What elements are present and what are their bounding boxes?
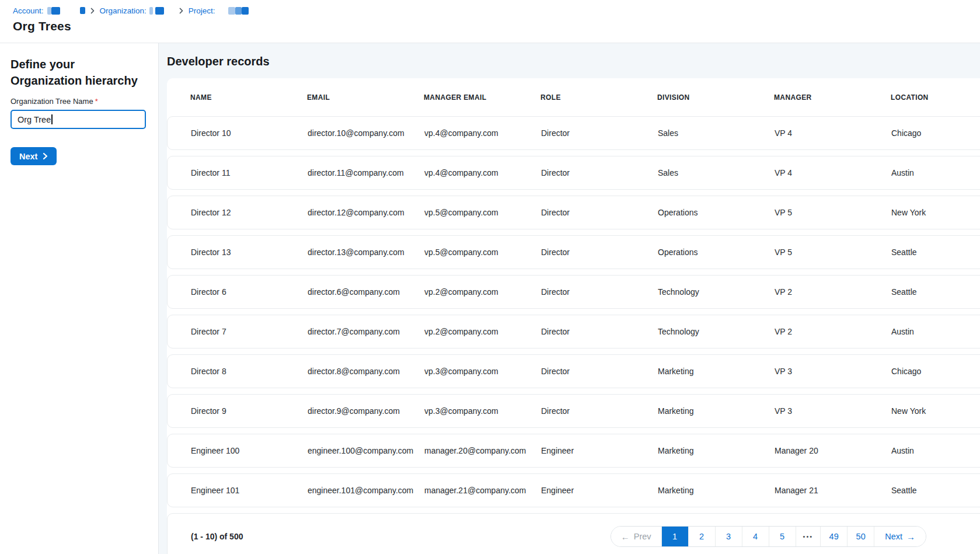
breadcrumb-account-link[interactable]: Account:	[13, 6, 44, 15]
cell-location: Chicago	[891, 367, 980, 376]
cell-location: New York	[891, 406, 980, 416]
redacted-account-value	[51, 7, 60, 15]
arrow-left-icon: ←	[621, 532, 630, 542]
page-button-5[interactable]: 5	[769, 527, 796, 546]
cell-name: Director 11	[191, 168, 308, 177]
prev-page-button[interactable]: ← Prev	[611, 527, 661, 546]
table-row[interactable]: Director 9director.9@company.comvp.3@com…	[167, 394, 980, 428]
table-row[interactable]: Director 12director.12@company.comvp.5@c…	[167, 196, 980, 229]
table-row[interactable]: Director 8director.8@company.comvp.3@com…	[167, 354, 980, 388]
cell-email: engineer.100@company.com	[308, 446, 424, 455]
cell-manager: VP 4	[775, 168, 891, 177]
cell-division: Sales	[658, 128, 775, 138]
sidebar-heading-line2: Organization hierarchy	[11, 74, 138, 87]
redacted-project-value	[242, 7, 249, 15]
breadcrumb: Account: Organization: Project:	[13, 5, 980, 16]
sidebar-heading: Define your Organization hierarchy	[11, 56, 148, 89]
column-header-division: DIVISION	[657, 93, 774, 102]
cell-manager: Manager 21	[775, 486, 891, 495]
cell-email: engineer.101@company.com	[308, 486, 424, 495]
table-row[interactable]: Director 7director.7@company.comvp.2@com…	[167, 315, 980, 349]
next-button[interactable]: Next	[11, 147, 57, 165]
cell-location: Chicago	[891, 128, 980, 138]
page-button-3[interactable]: 3	[715, 527, 742, 546]
required-asterisk: *	[95, 97, 98, 106]
cell-name: Director 12	[191, 208, 308, 217]
cell-role: Director	[541, 208, 658, 217]
cell-location: Seattle	[891, 287, 980, 297]
page-button-50[interactable]: 50	[847, 527, 874, 546]
cell-manager_email: manager.20@company.com	[424, 446, 541, 455]
org-tree-name-input[interactable]: Org Tree	[11, 110, 146, 129]
cell-name: Director 8	[191, 367, 308, 376]
cell-role: Director	[541, 287, 658, 297]
table-row[interactable]: Director 11director.11@company.comvp.4@c…	[167, 156, 980, 190]
cell-email: director.6@company.com	[308, 287, 424, 297]
cell-location: Austin	[891, 446, 980, 455]
chevron-right-icon	[43, 152, 48, 160]
table-row[interactable]: Director 13director.13@company.comvp.5@c…	[167, 235, 980, 269]
table-header-row: NAMEEMAILMANAGER EMAILROLEDIVISIONMANAGE…	[167, 78, 980, 116]
sidebar-heading-line1: Define your	[11, 58, 75, 71]
column-header-manager_email: MANAGER EMAIL	[424, 93, 540, 102]
cell-manager_email: vp.2@company.com	[424, 327, 541, 336]
cell-role: Engineer	[541, 486, 658, 495]
cell-division: Marketing	[658, 406, 775, 416]
chevron-right-icon	[90, 8, 95, 14]
org-hierarchy-sidebar: Define your Organization hierarchy Organ…	[0, 43, 159, 554]
cell-role: Engineer	[541, 446, 658, 455]
cell-manager_email: manager.21@company.com	[424, 486, 541, 495]
cell-manager: VP 4	[775, 128, 891, 138]
breadcrumb-organization-link[interactable]: Organization:	[100, 6, 147, 15]
table-row[interactable]: Engineer 100engineer.100@company.commana…	[167, 434, 980, 468]
cell-manager_email: vp.3@company.com	[424, 406, 541, 416]
table-row[interactable]: Director 6director.6@company.comvp.2@com…	[167, 275, 980, 309]
column-header-email: EMAIL	[307, 93, 424, 102]
developer-records-heading: Developer records	[167, 54, 980, 68]
table-footer: (1 - 10) of 500 ← Prev 12345•••4950 Next…	[167, 513, 980, 554]
table-row[interactable]: Engineer 101engineer.101@company.commana…	[167, 473, 980, 507]
cell-role: Director	[541, 168, 658, 177]
page-header: Account: Organization: Project: Org Tree…	[0, 0, 980, 43]
cell-manager_email: vp.4@company.com	[424, 128, 541, 138]
cell-division: Marketing	[658, 486, 775, 495]
cell-division: Marketing	[658, 446, 775, 455]
cell-role: Director	[541, 406, 658, 416]
cell-name: Director 13	[191, 248, 308, 257]
cell-email: director.11@company.com	[308, 168, 424, 177]
page-button-1[interactable]: 1	[661, 527, 688, 546]
redacted-project-value	[235, 7, 242, 15]
page-button-2[interactable]: 2	[688, 527, 715, 546]
text-cursor	[51, 114, 53, 124]
next-page-button[interactable]: Next →	[874, 527, 926, 546]
page-button-4[interactable]: 4	[742, 527, 769, 546]
table-row[interactable]: Director 10director.10@company.comvp.4@c…	[167, 116, 980, 150]
cell-role: Director	[541, 367, 658, 376]
column-header-manager: MANAGER	[774, 93, 891, 102]
breadcrumb-project-link[interactable]: Project:	[189, 6, 215, 15]
table-body: Director 10director.10@company.comvp.4@c…	[167, 116, 980, 507]
cell-division: Operations	[658, 248, 775, 257]
page-ellipsis: •••	[796, 527, 821, 546]
cell-manager_email: vp.3@company.com	[424, 367, 541, 376]
cell-email: director.13@company.com	[308, 248, 424, 257]
column-header-role: ROLE	[540, 93, 657, 102]
redacted-account-value	[47, 7, 51, 15]
cell-division: Technology	[658, 287, 775, 297]
cell-role: Director	[541, 248, 658, 257]
cell-manager: Manager 20	[775, 446, 891, 455]
cell-manager_email: vp.5@company.com	[424, 248, 541, 257]
cell-division: Marketing	[658, 367, 775, 376]
developer-records-table: NAMEEMAILMANAGER EMAILROLEDIVISIONMANAGE…	[167, 78, 980, 554]
cell-location: Seattle	[891, 486, 980, 495]
cell-location: Austin	[891, 168, 980, 177]
cell-name: Director 9	[191, 406, 308, 416]
cell-role: Director	[541, 128, 658, 138]
page-button-49[interactable]: 49	[820, 527, 847, 546]
cell-location: Austin	[891, 327, 980, 336]
redacted-account-value	[80, 7, 85, 14]
org-tree-name-value: Org Tree	[18, 115, 51, 124]
arrow-right-icon: →	[906, 532, 915, 542]
cell-email: director.12@company.com	[308, 208, 424, 217]
redacted-organization-value	[155, 7, 164, 15]
